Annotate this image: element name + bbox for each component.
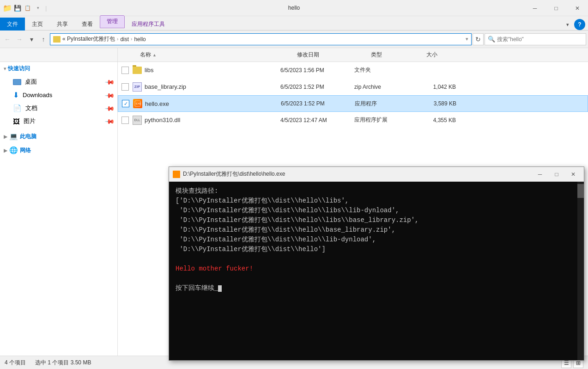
file-type-exe: 应用程序 [355,100,410,108]
terminal-scrollbar[interactable] [577,182,584,360]
col-header-name[interactable]: 名称 ▲ [136,51,293,59]
tab-file[interactable]: 文件 [0,18,25,31]
file-checkbox-zip[interactable] [121,83,129,91]
terminal-minimize[interactable]: ─ [533,169,547,179]
this-pc-icon: 💻 [9,132,18,141]
file-date-libs: 6/5/2023 1:56 PM [280,67,354,74]
col-header-date[interactable]: 修改日期 [293,51,367,59]
window-controls: ─ □ ✕ [524,0,588,16]
back-button[interactable]: ← [2,34,13,45]
item-count: 4 个项目 [5,359,26,367]
table-row[interactable]: ZIP base_library.zip 6/5/2023 1:52 PM zi… [118,79,588,95]
file-size-exe: 3,589 KB [410,100,456,107]
sidebar-item-downloads[interactable]: ⬇ Downloads 📌 [0,88,117,102]
terminal-scrollbar-thumb[interactable] [577,184,584,198]
terminal-body: 模块查找路径: ['D:\\PyInstaller优雅打包\\dist\\hel… [169,182,584,360]
up-button[interactable]: ↑ [38,34,49,45]
recent-locations-button[interactable]: ▾ [26,34,37,45]
terminal-prompt-line: 按下回车继续_ [176,284,222,292]
sidebar-item-pictures[interactable]: 🖼 图片 📌 [0,115,117,128]
folder-file-icon-libs [133,67,142,74]
close-button[interactable]: ✕ [567,0,588,16]
sidebar-this-pc-header[interactable]: ▶ 💻 此电脑 [0,129,117,143]
file-date-zip: 6/5/2023 1:52 PM [280,84,354,90]
app-icon-folder: 📁 [3,4,12,12]
address-bar: ← → ▾ ↑ « PyInstaller优雅打包 › dist › hello… [0,31,588,48]
help-button[interactable]: ? [574,19,585,30]
tab-app-tools[interactable]: 应用程序工具 [125,18,172,31]
path-folder-icon [53,36,61,43]
sidebar-quick-access-header[interactable]: ▾ 快速访问 [0,62,117,75]
file-type-libs: 文件夹 [354,66,410,74]
network-icon: 🌐 [9,146,18,154]
file-checkbox-exe[interactable] [122,100,129,107]
file-name-cell-zip: ZIP base_library.zip [133,82,280,92]
file-type-dll: 应用程序扩展 [354,116,410,124]
col-header-type[interactable]: 类型 [367,51,423,59]
table-row[interactable]: EXE hello.exe 6/5/2023 1:52 PM 应用程序 3,58… [118,95,588,112]
quick-access-save[interactable]: 💾 [13,3,22,12]
column-header-row: 名称 ▲ 修改日期 类型 大小 [0,48,588,62]
title-bar: 📁 💾 📋 ▾ | hello ─ □ ✕ [0,0,588,16]
path-segment-2[interactable]: dist [120,36,129,43]
sidebar: ▾ 快速访问 桌面 📌 ⬇ Downloads 📌 📄 文档 � [0,62,118,356]
pin-icon-desktop: 📌 [104,76,115,87]
quick-access-undo[interactable]: 📋 [23,3,32,12]
documents-icon: 📄 [13,104,22,112]
terminal-app-icon [173,171,180,178]
tab-share[interactable]: 共享 [50,18,75,31]
forward-button[interactable]: → [14,34,25,45]
search-input[interactable] [497,36,583,43]
exe-icon: EXE [133,99,142,108]
pin-icon-pictures: 📌 [104,116,115,126]
pin-icon-documents: 📌 [104,103,115,113]
tab-manage[interactable]: 管理 [100,15,125,28]
file-checkbox-libs[interactable] [121,67,129,74]
sort-icon-name: ▲ [152,53,157,57]
file-name-text-libs: libs [145,67,154,74]
quick-access-dropdown[interactable]: ▾ [33,3,42,12]
search-icon: 🔍 [488,36,495,43]
file-checkbox-dll[interactable] [121,117,129,124]
pictures-icon: 🖼 [13,117,20,125]
selected-info: 选中 1 个项目 3.50 MB [35,359,91,367]
search-bar: 🔍 [485,33,586,45]
tab-view[interactable]: 查看 [75,18,100,31]
terminal-red-line: Hello mother fucker! [176,265,253,272]
dll-icon: DLL [133,116,142,125]
minimize-button[interactable]: ─ [524,0,546,16]
sidebar-item-documents[interactable]: 📄 文档 📌 [0,102,117,115]
terminal-close[interactable]: ✕ [566,169,580,179]
maximize-button[interactable]: □ [546,0,567,16]
tab-home[interactable]: 主页 [25,18,50,31]
sidebar-network-header[interactable]: ▶ 🌐 网络 [0,143,117,157]
file-name-text-exe: hello.exe [145,100,169,107]
terminal-cursor [218,285,222,292]
address-path[interactable]: « PyInstaller优雅打包 › dist › hello ▾ [50,33,472,45]
pin-icon-downloads: 📌 [104,90,115,100]
path-dropdown-button[interactable]: ▾ [466,36,468,42]
path-chevron-1: › [117,37,118,42]
downloads-icon: ⬇ [13,91,19,99]
terminal-maximize[interactable]: □ [550,169,564,179]
svg-text:EXE: EXE [136,102,141,105]
terminal-title-bar: D:\PyInstaller优雅打包\dist\hello\hello.exe … [169,167,584,182]
table-row[interactable]: DLL python310.dll 4/5/2023 12:47 AM 应用程序… [118,112,588,129]
terminal-title: D:\PyInstaller优雅打包\dist\hello\hello.exe [183,170,530,178]
sidebar-item-desktop[interactable]: 桌面 📌 [0,75,117,88]
file-size-zip: 1,042 KB [410,84,456,90]
col-header-size[interactable]: 大小 [423,51,469,59]
file-type-zip: zip Archive [354,84,410,90]
terminal-window: D:\PyInstaller优雅打包\dist\hello\hello.exe … [169,166,584,361]
sidebar-header-space [0,48,118,62]
zip-icon: ZIP [133,82,142,92]
table-row[interactable]: libs 6/5/2023 1:56 PM 文件夹 [118,62,588,79]
ribbon-collapse-button[interactable]: ▾ [563,20,572,29]
terminal-output: 模块查找路径: ['D:\\PyInstaller优雅打包\\dist\\hel… [176,186,577,293]
file-size-dll: 4,355 KB [410,117,456,123]
path-segment-3[interactable]: hello [134,36,145,43]
column-headers: 名称 ▲ 修改日期 类型 大小 [118,51,588,59]
path-segment-1[interactable]: « PyInstaller优雅打包 [62,35,115,43]
refresh-button[interactable]: ↻ [473,33,484,45]
desktop-icon [13,79,21,85]
